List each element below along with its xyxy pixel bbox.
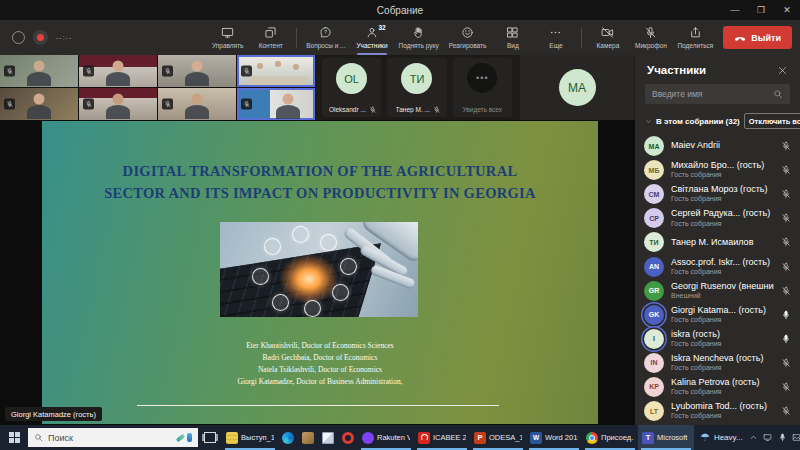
taskbar-app-notes-yellow[interactable]: Выступ_13... xyxy=(222,425,278,450)
video-tile-conference-room[interactable] xyxy=(237,55,315,87)
toolbar-manage-button[interactable]: Управлять xyxy=(206,20,249,55)
leave-button-label: Выйти xyxy=(751,33,781,43)
participant-row[interactable]: МБ Михайло Бро... (гость)Гость собрания xyxy=(644,158,791,182)
chevron-down-icon[interactable] xyxy=(645,118,652,125)
acrobat-icon xyxy=(418,432,430,444)
chevron-up-icon xyxy=(749,433,758,442)
start-button[interactable] xyxy=(0,425,28,450)
maximize-button[interactable]: ❐ xyxy=(748,0,774,20)
taskbar-app-chrome[interactable]: Присоед... xyxy=(582,425,638,450)
taskbar-weather-widget[interactable]: ☂ Heavy... xyxy=(694,432,749,443)
avatar: GR xyxy=(644,281,664,301)
toolbar-more-button[interactable]: Еще xyxy=(534,20,577,55)
participant-name: Maiev Andrii xyxy=(671,140,774,151)
mic-muted-icon[interactable] xyxy=(781,189,791,199)
video-tile-man-bookshelf[interactable] xyxy=(0,88,78,120)
leave-button[interactable]: Выйти xyxy=(723,26,792,49)
taskbar-app-opera[interactable] xyxy=(338,425,358,450)
participant-row[interactable]: IN Iskra Nencheva (гость)Гость собрания xyxy=(644,351,791,375)
taskbar-app-rakuten[interactable]: Rakuten V... xyxy=(358,425,414,450)
screen-share-icon xyxy=(221,26,234,39)
mail-icon xyxy=(322,432,334,444)
avatar: LT xyxy=(644,401,664,421)
toolbar-participants-button[interactable]: 32Участники xyxy=(351,20,394,55)
taskbar-search-input[interactable]: Поиск xyxy=(28,428,198,447)
task-view-button[interactable] xyxy=(198,425,222,450)
people-icon xyxy=(366,26,379,39)
author-line: Giorgi Katamadze, Doctor of Business Adm… xyxy=(42,376,598,388)
mic-off-icon xyxy=(6,100,14,108)
toolbar-raise-hand-button[interactable]: Поднять руку xyxy=(394,20,444,55)
toolbar-view-button[interactable]: Вид xyxy=(491,20,534,55)
mic-on-icon[interactable] xyxy=(781,334,791,344)
taskbar-app-label: Rakuten V... xyxy=(377,433,410,442)
mute-all-button[interactable]: Отключить все мик... xyxy=(744,113,800,129)
participant-row[interactable]: MA Maiev Andrii xyxy=(644,134,791,158)
video-tile-woman-office[interactable] xyxy=(158,55,236,87)
taskbar-app-acrobat[interactable]: ICABEE 20... xyxy=(414,425,470,450)
taskbar-app-mail[interactable] xyxy=(318,425,338,450)
mic-off-icon xyxy=(781,165,791,175)
participant-row[interactable]: LT Lyubomira Tod... (гость)Гость собрани… xyxy=(644,399,791,423)
mic-muted-icon[interactable] xyxy=(781,286,791,296)
mic-muted-icon[interactable] xyxy=(781,165,791,175)
spotlight-tile[interactable]: MA xyxy=(520,55,634,120)
avatar: ТИ xyxy=(644,232,664,252)
mic-muted-icon[interactable] xyxy=(781,382,791,392)
taskbar-app-powerpoint[interactable]: ODESA_1... xyxy=(470,425,526,450)
video-tile-man-office[interactable] xyxy=(158,88,236,120)
mic-muted-icon[interactable] xyxy=(781,406,791,416)
mic-muted-icon[interactable] xyxy=(781,141,791,151)
video-tile-woman-university-banner[interactable] xyxy=(79,55,157,87)
participant-row[interactable]: ТИ Танер М. Исмаилов xyxy=(644,230,791,254)
audio-tile-OL[interactable]: OL Oleksandr ... xyxy=(322,58,381,117)
timer-icon xyxy=(12,31,25,44)
participant-name: Iskra Nencheva (гость) xyxy=(671,353,774,364)
slide-title-line2: SECTOR AND ITS IMPACT ON PRODUCTIVITY IN… xyxy=(60,183,580,205)
mic-muted-icon[interactable] xyxy=(781,237,791,247)
participant-row[interactable]: AN Assoc.prof. Iskr... (гость)Гость собр… xyxy=(644,254,791,278)
slide-divider-line xyxy=(137,405,499,406)
mic-muted-icon[interactable] xyxy=(781,262,791,272)
taskbar-app-store-tan[interactable] xyxy=(298,425,318,450)
taskbar-app-word[interactable]: Word 2016 xyxy=(526,425,582,450)
taskbar-app-teams[interactable]: Microsoft ... xyxy=(638,425,694,450)
mic-icon xyxy=(781,310,791,320)
toolbar-react-button[interactable]: Реагировать xyxy=(444,20,492,55)
toolbar-share-button[interactable]: Поделиться xyxy=(672,20,718,55)
toolbar-button-label: Поднять руку xyxy=(399,42,439,49)
participant-name: iskra (гость) xyxy=(671,329,774,340)
close-button[interactable]: ✕ xyxy=(774,0,800,20)
participant-row[interactable]: СМ Світлана Мороз (гость)Гость собрания xyxy=(644,182,791,206)
participant-subtitle: Внешний xyxy=(671,292,774,301)
toolbar-camera-button[interactable]: Камера xyxy=(586,20,629,55)
video-tiles-grid xyxy=(0,55,315,120)
toolbar-button-label: Участники xyxy=(356,42,387,49)
toolbar-qa-button[interactable]: ?Вопросы и ... xyxy=(301,20,350,55)
mic-muted-icon[interactable] xyxy=(781,213,791,223)
audio-tile-ТИ[interactable]: ТИ Танер М. ... xyxy=(387,58,446,117)
panel-close-icon[interactable] xyxy=(777,65,788,76)
content-icon xyxy=(264,26,277,39)
participant-row[interactable]: GK Giorgi Katama... (гость)Гость собрани… xyxy=(644,303,791,327)
taskbar-app-edge[interactable] xyxy=(278,425,298,450)
mic-muted-icon[interactable] xyxy=(781,358,791,368)
mic-on-icon[interactable] xyxy=(781,310,791,320)
mic-off-icon xyxy=(781,358,791,368)
participant-search-input[interactable]: Введите имя xyxy=(645,84,790,104)
participant-row[interactable]: СР Сергей Радука... (гость)Гость собрани… xyxy=(644,206,791,230)
participant-row[interactable]: GR Georgi Rusenov (внешний)Внешний xyxy=(644,279,791,303)
participant-row[interactable]: KP Kalina Petrova (гость)Гость собрания xyxy=(644,375,791,399)
video-tile-man-blue-banner[interactable] xyxy=(237,88,315,120)
avatar: СР xyxy=(644,208,664,228)
mic-off-icon xyxy=(164,100,172,108)
video-tile-woman-blur-office[interactable] xyxy=(0,55,78,87)
toolbar-microphone-button[interactable]: Микрофон xyxy=(629,20,672,55)
tile-mic-muted-icon xyxy=(83,99,94,110)
participant-name: Giorgi Katama... (гость) xyxy=(671,305,774,316)
participant-row[interactable]: I iskra (гость)Гость собрания xyxy=(644,327,791,351)
toolbar-content-button[interactable]: Контент xyxy=(249,20,292,55)
minimize-button[interactable]: — xyxy=(722,0,748,20)
video-tile-man-university-banner[interactable] xyxy=(79,88,157,120)
see-everyone-tile[interactable]: ••• Увидеть всех xyxy=(453,58,512,117)
